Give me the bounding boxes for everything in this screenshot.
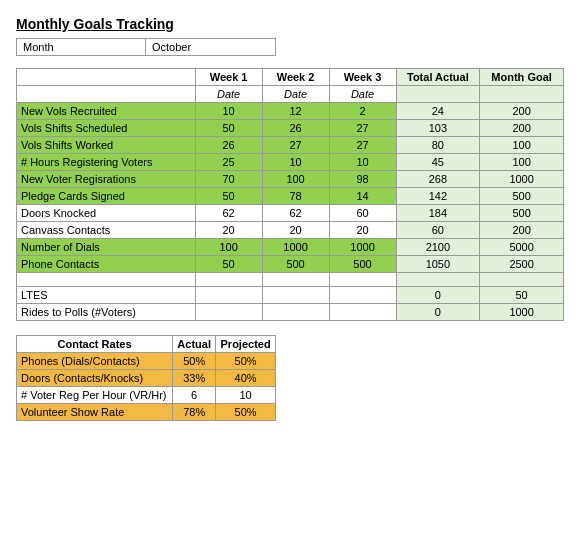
rates-val-cell: 50% (216, 353, 276, 370)
table-row: Vols Shifts Worked26272780100 (17, 137, 564, 154)
row-label-cell: # Hours Registering Voters (17, 154, 196, 171)
row-data-cell: 80 (396, 137, 480, 154)
row-label-cell: Canvass Contacts (17, 222, 196, 239)
row-data-cell: 60 (329, 205, 396, 222)
month-label: Month (17, 39, 146, 55)
table-row: LTES050 (17, 287, 564, 304)
row-data-cell: 103 (396, 120, 480, 137)
rates-label-cell: Phones (Dials/Contacts) (17, 353, 173, 370)
row-data-cell: 78 (262, 188, 329, 205)
col-header-week1: Week 1 (195, 69, 262, 86)
table-row: Phone Contacts5050050010502500 (17, 256, 564, 273)
rates-col-label: Contact Rates (17, 336, 173, 353)
table-row: Vols Shifts Scheduled502627103200 (17, 120, 564, 137)
col-header-label (17, 69, 196, 86)
row-data-cell: 142 (396, 188, 480, 205)
row-data-cell: 1050 (396, 256, 480, 273)
table-row: Rides to Polls (#Voters)01000 (17, 304, 564, 321)
rates-val-cell: 40% (216, 370, 276, 387)
row-data-cell: 10 (329, 154, 396, 171)
row-data-cell: 27 (329, 137, 396, 154)
rates-val-cell: 33% (173, 370, 216, 387)
row-data-cell (262, 273, 329, 287)
row-data-cell: 50 (480, 287, 564, 304)
row-data-cell: 50 (195, 188, 262, 205)
sub-header-week2: Date (262, 86, 329, 103)
row-data-cell: 184 (396, 205, 480, 222)
sub-header-week1: Date (195, 86, 262, 103)
rates-table-body: Phones (Dials/Contacts)50%50%Doors (Cont… (17, 353, 276, 421)
row-data-cell: 26 (195, 137, 262, 154)
row-data-cell: 1000 (480, 304, 564, 321)
rates-val-cell: 50% (216, 404, 276, 421)
row-data-cell: 27 (329, 120, 396, 137)
row-data-cell: 12 (262, 103, 329, 120)
row-data-cell: 26 (262, 120, 329, 137)
row-data-cell: 98 (329, 171, 396, 188)
row-data-cell: 100 (480, 154, 564, 171)
row-data-cell (329, 304, 396, 321)
row-data-cell (329, 287, 396, 304)
rates-col-projected: Projected (216, 336, 276, 353)
table-header-row: Week 1 Week 2 Week 3 Total Actual Month … (17, 69, 564, 86)
row-data-cell (195, 304, 262, 321)
table-row: Pledge Cards Signed507814142500 (17, 188, 564, 205)
row-data-cell: 0 (396, 287, 480, 304)
row-data-cell: 1000 (329, 239, 396, 256)
row-data-cell: 20 (195, 222, 262, 239)
row-data-cell (195, 287, 262, 304)
row-label-cell: Doors Knocked (17, 205, 196, 222)
row-data-cell: 14 (329, 188, 396, 205)
row-data-cell (262, 304, 329, 321)
row-data-cell: 500 (262, 256, 329, 273)
row-label-cell: Vols Shifts Worked (17, 137, 196, 154)
row-data-cell: 200 (480, 103, 564, 120)
rates-row: Doors (Contacts/Knocks)33%40% (17, 370, 276, 387)
sub-header-total (396, 86, 480, 103)
row-data-cell: 100 (480, 137, 564, 154)
row-data-cell: 500 (329, 256, 396, 273)
row-data-cell (396, 273, 480, 287)
row-data-cell (195, 273, 262, 287)
row-label-cell: Number of Dials (17, 239, 196, 256)
row-data-cell: 20 (329, 222, 396, 239)
row-data-cell: 62 (195, 205, 262, 222)
rates-col-actual: Actual (173, 336, 216, 353)
rates-row: # Voter Reg Per Hour (VR/Hr)610 (17, 387, 276, 404)
row-data-cell: 25 (195, 154, 262, 171)
row-data-cell (329, 273, 396, 287)
sub-header-label (17, 86, 196, 103)
rates-row: Volunteer Show Rate78%50% (17, 404, 276, 421)
row-data-cell: 70 (195, 171, 262, 188)
row-data-cell: 45 (396, 154, 480, 171)
rates-val-cell: 6 (173, 387, 216, 404)
rates-val-cell: 78% (173, 404, 216, 421)
rates-val-cell: 10 (216, 387, 276, 404)
row-data-cell: 268 (396, 171, 480, 188)
row-data-cell: 60 (396, 222, 480, 239)
main-table-body: New Vols Recruited1012224200Vols Shifts … (17, 103, 564, 321)
row-data-cell: 24 (396, 103, 480, 120)
col-header-week2: Week 2 (262, 69, 329, 86)
sub-header-week3: Date (329, 86, 396, 103)
rates-table: Contact Rates Actual Projected Phones (D… (16, 335, 276, 421)
row-data-cell: 200 (480, 222, 564, 239)
row-data-cell: 0 (396, 304, 480, 321)
row-data-cell: 27 (262, 137, 329, 154)
row-data-cell: 1000 (262, 239, 329, 256)
col-header-total: Total Actual (396, 69, 480, 86)
rates-val-cell: 50% (173, 353, 216, 370)
table-row: New Vols Recruited1012224200 (17, 103, 564, 120)
row-data-cell: 100 (262, 171, 329, 188)
row-data-cell: 62 (262, 205, 329, 222)
rates-label-cell: Volunteer Show Rate (17, 404, 173, 421)
page-title: Monthly Goals Tracking (16, 16, 564, 32)
table-row: # Hours Registering Voters25101045100 (17, 154, 564, 171)
table-row: Canvass Contacts20202060200 (17, 222, 564, 239)
row-data-cell: 5000 (480, 239, 564, 256)
row-data-cell: 10 (195, 103, 262, 120)
row-data-cell: 50 (195, 120, 262, 137)
row-label-cell: Rides to Polls (#Voters) (17, 304, 196, 321)
row-label-cell: LTES (17, 287, 196, 304)
rates-label-cell: # Voter Reg Per Hour (VR/Hr) (17, 387, 173, 404)
